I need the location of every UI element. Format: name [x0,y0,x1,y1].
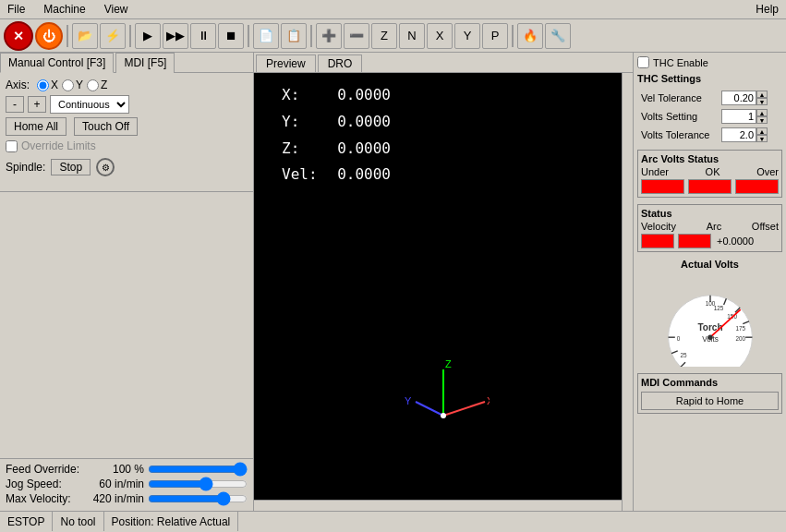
vel-tol-down[interactable]: ▼ [756,98,768,105]
max-velocity-slider[interactable] [148,492,248,505]
status-offset-value: +0.0000 [717,236,754,247]
spindle-label: Spindle: [6,161,45,174]
mdi-header: MDI Commands [641,377,779,388]
status-labels: Velocity Arc Offset [641,221,779,232]
feed-override-label: Feed Override: [6,463,89,476]
volts-tol-up[interactable]: ▲ [756,127,768,135]
volts-tol-label: Volts Tolerance [639,127,718,143]
volts-tol-spinbox: ▲ ▼ [719,127,780,143]
y-button[interactable]: Y [454,23,480,49]
stop-button[interactable]: Stop [51,159,91,175]
run-button[interactable]: ▶ [135,23,161,49]
menu-help[interactable]: Help [752,2,782,17]
dro-y-val: 0.0000 [317,109,391,136]
jog-speed-value: 60 in/min [89,478,144,490]
vel-tol-row: Vel Tolerance ▲ ▼ [639,90,780,106]
power-button[interactable]: ⏻ [35,22,63,50]
jog-plus-button[interactable]: + [28,96,46,113]
stop-run-icon: ⏹ [225,29,237,42]
estop-button[interactable]: ✕ [4,21,33,51]
volts-tol-input[interactable] [721,127,756,142]
svg-text:200: 200 [735,335,745,342]
reload-button[interactable]: ⚡ [100,23,126,49]
jog-mode-select[interactable]: Continuous [50,95,129,114]
run-from-button[interactable]: ▶▶ [163,23,188,49]
tool-table-button[interactable]: 📋 [281,23,307,49]
home-all-button[interactable]: Home All [6,117,67,136]
stop-run-button[interactable]: ⏹ [218,23,244,49]
arc-ok-box [688,179,732,194]
torch-button[interactable]: 🔥 [517,23,543,49]
status-header: Status [641,208,779,219]
vel-tol-label: Vel Tolerance [639,90,718,106]
touch-off-button[interactable]: Touch Off [74,117,138,136]
vel-tol-up[interactable]: ▲ [756,91,768,98]
tab-preview[interactable]: Preview [256,54,316,72]
override-limits-checkbox[interactable] [6,140,18,152]
remove-button[interactable]: ➖ [344,23,369,49]
vel-tol-spinbox: ▲ ▼ [719,90,780,106]
open-button[interactable]: 📂 [72,23,98,49]
axis-x-radio-label: X [37,79,58,91]
menu-view[interactable]: View [101,2,132,17]
rapid-to-home-button[interactable]: Rapid to Home [641,392,779,410]
z-button[interactable]: Z [371,23,397,49]
toolbar-sep-2 [129,25,131,47]
axis-y-label: Y [76,79,83,91]
axis-y-radio[interactable] [62,79,74,91]
touch-button[interactable]: 📄 [253,23,279,49]
x-button[interactable]: X [427,23,453,49]
toolbar-sep-5 [512,25,514,47]
menu-file[interactable]: File [4,2,29,17]
arc-volts-header: Arc Volts Status [641,153,779,164]
volts-tol-down[interactable]: ▼ [756,135,768,142]
axis-x-radio[interactable] [37,79,49,91]
add-button[interactable]: ➕ [316,23,342,49]
step-icon: ⏸ [198,29,210,42]
axes-svg: Z X Y [397,360,490,434]
volts-setting-input[interactable] [721,109,756,124]
svg-point-29 [707,334,712,339]
tab-mdi[interactable]: MDI [F5] [115,53,175,73]
dro-z-axis: Z: [282,136,309,163]
torch-icon: 🔥 [523,29,538,42]
menu-machine[interactable]: Machine [40,2,89,17]
jog-minus-button[interactable]: - [6,96,24,113]
tab-bar: Manual Control [F3] MDI [F5] [0,53,253,73]
volts-setting-up[interactable]: ▲ [756,109,768,116]
status-offset-label: Offset [752,221,779,232]
svg-line-2 [443,402,485,416]
svg-text:Z: Z [445,360,452,369]
center-panel: Preview DRO X: 0.0000 Y: 0.0000 Z: 0.000… [254,53,634,511]
gauge-svg: 0 25 50 75 100 125 [650,274,770,367]
step-button[interactable]: ⏸ [190,23,216,49]
jog-speed-slider[interactable] [148,478,248,490]
jog-speed-row: Jog Speed: 60 in/min [6,478,248,490]
vel-tol-input[interactable] [721,91,756,105]
volts-setting-row: Volts Setting ▲ ▼ [639,108,780,125]
scrollbar-vertical[interactable] [622,73,633,511]
p-button[interactable]: P [482,23,508,49]
scrollbar-horizontal[interactable] [254,500,622,511]
axis-z-radio[interactable] [87,79,99,91]
n-icon: N [407,29,416,42]
volts-setting-spinbox: ▲ ▼ [719,108,780,125]
max-velocity-label: Max Velocity: [6,492,89,505]
status-velocity-box [641,234,674,248]
svg-point-6 [441,413,446,418]
menubar: File Machine View Help [0,0,786,19]
n-button[interactable]: N [399,23,425,49]
preview-tab-bar: Preview DRO [254,53,633,73]
settings-button[interactable]: 🔧 [545,23,571,49]
thc-enable-checkbox[interactable] [637,56,649,68]
estop-icon: ✕ [13,29,24,43]
feed-override-slider[interactable] [148,463,248,476]
spindle-gear-icon[interactable]: ⚙ [96,158,115,176]
actual-volts-title: Actual Volts [637,259,782,270]
run-icon: ▶ [143,29,152,42]
tab-dro[interactable]: DRO [318,54,363,72]
jog-speed-label: Jog Speed: [6,478,89,490]
volts-setting-down[interactable]: ▼ [756,116,768,124]
thc-settings-title: THC Settings [637,73,782,84]
tab-manual[interactable]: Manual Control [F3] [0,53,114,73]
